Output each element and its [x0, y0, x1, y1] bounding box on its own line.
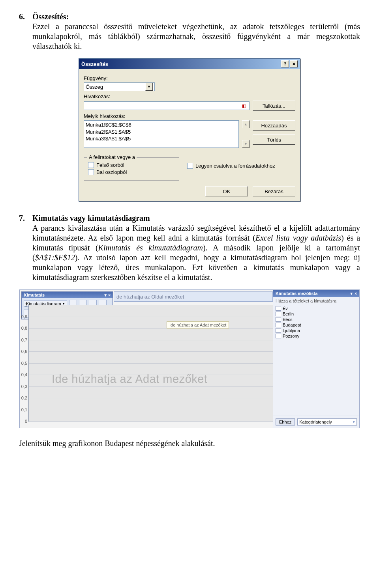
function-value: Összeg — [86, 84, 103, 90]
add-button[interactable]: Hozzáadás — [253, 120, 295, 131]
page-field-dropzone[interactable]: de húzhatja az Oldal mezőket — [114, 291, 273, 302]
y-tick-label: 0,3 — [15, 384, 27, 389]
delete-button[interactable]: Törlés — [253, 134, 295, 145]
fieldlist-item[interactable]: Berlin — [275, 311, 358, 317]
pivot-field-list: Kimutatás mezőlista ▼ × Húzza a tételeke… — [273, 290, 359, 428]
whichref-label: Melyik hivatkozás: — [84, 113, 295, 119]
chevron-down-icon: ▾ — [353, 420, 355, 424]
y-tick-label: 0,4 — [15, 372, 27, 377]
footer-sentence: Jelenítsük meg grafikonon Budapest népes… — [19, 439, 360, 448]
pivot-chart-editor: Kimutatás ▼ × Kimutatásdiagram▾ — [19, 289, 360, 428]
fieldlist-subtitle: Húzza a tételeket a kimutatásra — [273, 297, 359, 305]
ok-button[interactable]: OK — [205, 186, 248, 196]
data-field-dropzone-strip[interactable]: Ide húzhatja az Adat mezőket — [167, 321, 229, 329]
section-7-title: Kimutatás vagy kimutatásdiagram — [32, 214, 150, 222]
list-item[interactable]: Munka2!$A$1:$A$5 — [86, 129, 237, 136]
left-col-checkbox[interactable]: Bal oszlopból — [88, 169, 175, 175]
y-tick-label: 0,1 — [15, 407, 27, 412]
y-tick-label: 0 — [15, 419, 27, 424]
section-6-text: Ezzel a paranccsal összesítő műveleteket… — [32, 22, 360, 50]
section-6-title: Összesítés: — [32, 12, 69, 21]
y-tick-label: 0,8 — [15, 326, 27, 330]
section-7: 7.Kimutatás vagy kimutatásdiagram A para… — [19, 213, 360, 282]
pivot-toolbar-title: Kimutatás — [24, 293, 45, 297]
target-axis-select[interactable]: Kategóriatengely ▾ — [297, 418, 357, 426]
list-item[interactable]: Munka1!$C$2:$C$6 — [86, 121, 237, 129]
fieldlist-close-icon[interactable]: × — [355, 291, 357, 296]
toolbar-close-icon[interactable]: × — [108, 293, 111, 297]
function-combo[interactable]: Összeg ▼ — [84, 82, 155, 91]
fieldlist-item[interactable]: Bécs — [275, 317, 358, 322]
fieldlist-chevron-icon[interactable]: ▼ — [349, 291, 353, 296]
reference-label: Hivatkozás: — [84, 93, 295, 99]
y-tick-label: 0,2 — [15, 396, 27, 400]
range-selector-icon[interactable]: ◧ — [240, 102, 248, 109]
chart-plot-area[interactable]: Ide húzhatja az Adat mezőket 10,90,80,70… — [28, 305, 273, 422]
y-tick-label: 0,9 — [15, 314, 27, 319]
y-tick-label: 1 — [15, 302, 27, 307]
scroll-up-icon[interactable]: ▲ — [242, 120, 250, 128]
add-to-button[interactable]: Ehhez — [276, 418, 295, 426]
fieldlist-item[interactable]: Pozsony — [275, 333, 358, 339]
dialog-title: Összesítés — [81, 61, 280, 67]
top-row-checkbox[interactable]: Felső sorból — [88, 162, 175, 168]
function-label: Függvény: — [84, 75, 295, 81]
y-tick-label: 0,5 — [15, 361, 27, 366]
fieldlist-item[interactable]: Ljubljana — [275, 328, 358, 333]
osszesites-dialog: Összesítés ? ✕ Függvény: Összeg ▼ Hivatk… — [79, 58, 300, 202]
list-item[interactable]: Munka3!$A$1:$A$5 — [86, 135, 237, 142]
field-icon — [276, 323, 281, 327]
field-icon — [276, 312, 281, 316]
field-icon — [276, 306, 281, 311]
field-icon — [276, 334, 281, 338]
fieldlist-title: Kimutatás mezőlista — [276, 291, 317, 296]
close-button[interactable]: Bezárás — [253, 186, 295, 196]
section-7-text: A parancs kiválasztása után a Kimutatás … — [32, 224, 360, 282]
fieldlist-item[interactable]: Budapest — [275, 322, 358, 328]
y-tick-label: 0,7 — [15, 338, 27, 342]
field-icon — [276, 328, 281, 333]
dialog-titlebar[interactable]: Összesítés ? ✕ — [79, 59, 300, 69]
field-icon — [276, 317, 281, 322]
link-source-checkbox[interactable]: Legyen csatolva a forrásadatokhoz — [187, 163, 275, 169]
scroll-down-icon[interactable]: ▼ — [242, 140, 250, 148]
toolbar-chevron-icon[interactable]: ▼ — [103, 293, 107, 297]
labelsfrom-legend: A feliratokat vegye a — [87, 154, 137, 160]
checkbox-icon — [88, 169, 94, 175]
reference-input[interactable]: ◧ — [84, 101, 250, 110]
reference-listbox[interactable]: Munka1!$C$2:$C$6 Munka2!$A$1:$A$5 Munka3… — [84, 120, 239, 148]
help-icon[interactable]: ? — [281, 60, 289, 67]
y-tick-label: 0,6 — [15, 349, 27, 354]
close-icon[interactable]: ✕ — [290, 60, 298, 67]
checkbox-icon — [88, 162, 94, 168]
chevron-down-icon[interactable]: ▼ — [145, 83, 153, 91]
browse-button[interactable]: Tallózás... — [253, 101, 295, 111]
section-6: 6.Összesítés: Ezzel a paranccsal összesí… — [19, 12, 360, 51]
fieldlist-item[interactable]: Év — [275, 306, 358, 311]
checkbox-icon — [187, 163, 193, 169]
